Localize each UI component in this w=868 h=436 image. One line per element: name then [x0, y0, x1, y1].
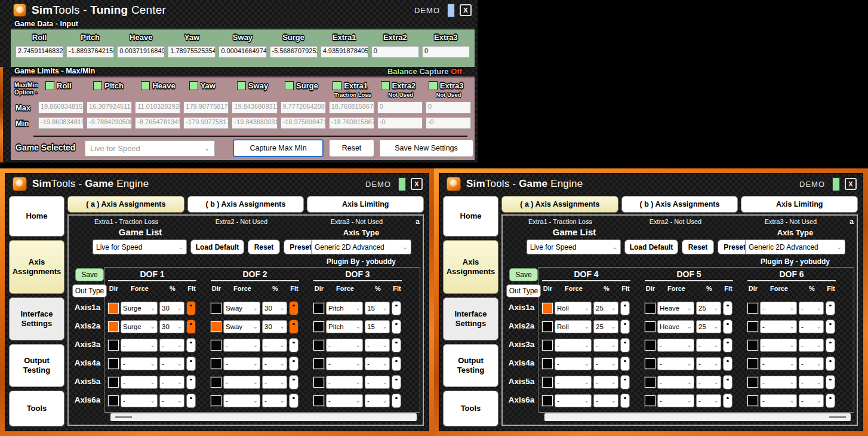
tab-axis-assignments-a[interactable]: ( a ) Axis Assignments [67, 196, 184, 213]
min-value-extra2[interactable]: -0 [377, 117, 423, 129]
percent-select[interactable]: -⌄ [799, 376, 824, 389]
sidebar-item-tools[interactable]: Tools [9, 391, 64, 426]
percent-select[interactable]: 15⌄ [365, 320, 390, 333]
force-select[interactable]: -⌄ [555, 357, 592, 370]
flt-button[interactable] [392, 357, 401, 371]
max-min-checkbox-extra1[interactable] [333, 81, 341, 90]
flt-button[interactable] [620, 375, 630, 389]
flt-button[interactable] [289, 375, 298, 389]
dir-checkbox[interactable] [542, 321, 553, 332]
force-select[interactable]: -⌄ [121, 339, 158, 352]
max-min-checkbox-yaw[interactable] [189, 81, 198, 90]
flt-button[interactable] [289, 301, 298, 315]
percent-select[interactable]: -⌄ [799, 339, 824, 352]
dir-checkbox[interactable] [747, 303, 758, 314]
percent-select[interactable]: 30⌄ [159, 302, 184, 315]
minimize-button[interactable] [447, 4, 455, 17]
dir-checkbox[interactable] [542, 395, 553, 406]
percent-select[interactable]: -⌄ [799, 357, 824, 370]
flt-button[interactable] [826, 320, 835, 334]
dir-checkbox[interactable] [747, 377, 758, 388]
percent-select[interactable]: 25⌄ [696, 302, 721, 315]
percent-select[interactable]: -⌄ [262, 376, 287, 389]
reset-button[interactable]: Reset [682, 240, 714, 254]
dir-checkbox[interactable] [747, 395, 758, 406]
tab-axis-assignments-a[interactable]: ( a ) Axis Assignments [501, 196, 618, 213]
load-default-button[interactable]: Load Default [624, 240, 678, 254]
game-data-value-extra1[interactable]: 4.93591878405 [321, 46, 368, 58]
force-select[interactable]: -⌄ [223, 394, 260, 407]
max-min-checkbox-extra2[interactable] [381, 81, 390, 90]
flt-button[interactable] [392, 338, 401, 352]
scrollbar-thumb[interactable] [115, 416, 132, 418]
force-select[interactable]: Surge⌄ [121, 302, 158, 315]
max-value-extra2[interactable]: 0 [377, 102, 423, 113]
sidebar-item-home[interactable]: Home [9, 196, 64, 237]
percent-select[interactable]: -⌄ [365, 394, 390, 407]
percent-select[interactable]: -⌄ [799, 394, 824, 407]
max-value-surge[interactable]: 9.7772064208 [281, 102, 326, 113]
percent-select[interactable]: -⌄ [593, 376, 618, 389]
dir-checkbox[interactable] [313, 321, 324, 332]
flt-button[interactable] [392, 320, 401, 334]
out-type-button[interactable]: Out Type [506, 284, 541, 297]
dir-checkbox[interactable] [645, 395, 655, 406]
force-select[interactable]: -⌄ [121, 357, 158, 370]
dir-checkbox[interactable] [313, 358, 324, 369]
max-value-heave[interactable]: 11.0103282928 [135, 102, 180, 113]
dir-checkbox[interactable] [542, 377, 553, 388]
dir-checkbox[interactable] [108, 303, 119, 314]
game-data-value-yaw[interactable]: 1.78975525354 [168, 46, 216, 58]
axis-type-select[interactable]: Generic 2D Advanced ⌄ [745, 240, 845, 254]
save-button[interactable]: Save [509, 268, 538, 281]
min-value-heave[interactable]: -8.7654781341 [135, 117, 180, 129]
percent-select[interactable]: -⌄ [799, 302, 824, 315]
percent-select[interactable]: -⌄ [799, 320, 824, 333]
min-value-yaw[interactable]: -179.90775817 [183, 117, 229, 129]
flt-button[interactable] [723, 301, 732, 315]
dir-checkbox[interactable] [211, 303, 221, 314]
percent-select[interactable]: -⌄ [262, 339, 287, 352]
sidebar-item-interface-settings[interactable]: Interface Settings [9, 297, 64, 340]
flt-button[interactable] [620, 301, 630, 315]
dir-checkbox[interactable] [747, 321, 758, 332]
dir-checkbox[interactable] [313, 340, 324, 351]
flt-button[interactable] [289, 320, 298, 334]
scrollbar-thumb[interactable] [829, 416, 846, 418]
dir-checkbox[interactable] [645, 340, 655, 351]
save-new-settings-button[interactable]: Save New Settings [379, 139, 473, 157]
dir-checkbox[interactable] [108, 358, 119, 369]
dir-checkbox[interactable] [108, 321, 119, 332]
save-button[interactable]: Save [75, 268, 104, 281]
game-data-value-roll[interactable]: 2.74591146832 [16, 46, 63, 58]
capture-max-min-button[interactable]: Capture Max Min [233, 139, 324, 157]
dir-checkbox[interactable] [211, 340, 221, 351]
dir-checkbox[interactable] [313, 303, 324, 314]
force-select[interactable]: -⌄ [760, 376, 797, 389]
dir-checkbox[interactable] [747, 340, 758, 351]
force-select[interactable]: -⌄ [760, 320, 797, 333]
flt-button[interactable] [289, 338, 298, 352]
force-select[interactable]: -⌄ [657, 339, 694, 352]
dir-checkbox[interactable] [313, 377, 324, 388]
force-select[interactable]: -⌄ [657, 376, 694, 389]
game-data-value-pitch[interactable]: -1.88937642150 [66, 46, 114, 58]
percent-select[interactable]: 30⌄ [262, 302, 287, 315]
dir-checkbox[interactable] [747, 358, 758, 369]
force-select[interactable]: Roll⌄ [555, 320, 592, 333]
dir-checkbox[interactable] [645, 377, 655, 388]
dir-checkbox[interactable] [542, 358, 553, 369]
tab-axis-limiting[interactable]: Axis Limiting [741, 196, 858, 213]
game-list-select[interactable]: Live for Speed ⌄ [93, 240, 187, 254]
dir-checkbox[interactable] [108, 395, 119, 406]
dir-checkbox[interactable] [313, 395, 324, 406]
percent-select[interactable]: -⌄ [159, 376, 184, 389]
force-select[interactable]: -⌄ [555, 394, 592, 407]
max-value-yaw[interactable]: 179.907758171 [183, 102, 229, 113]
sidebar-item-home[interactable]: Home [443, 196, 498, 237]
force-select[interactable]: -⌄ [223, 376, 260, 389]
min-value-surge[interactable]: -18.975698471 [281, 117, 326, 129]
dir-checkbox[interactable] [645, 358, 655, 369]
force-select[interactable]: -⌄ [760, 394, 797, 407]
dir-checkbox[interactable] [542, 303, 553, 314]
